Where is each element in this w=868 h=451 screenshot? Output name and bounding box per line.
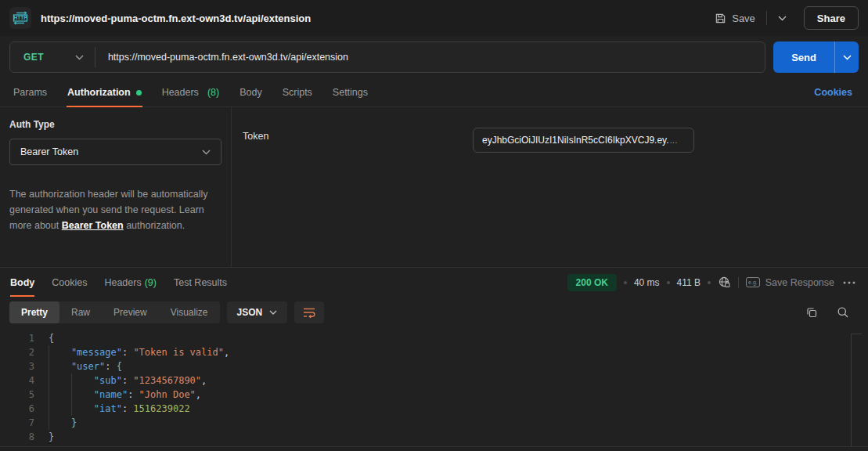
share-button-label: Share <box>817 13 845 24</box>
code-line: 7} <box>0 416 868 430</box>
line-number: 2 <box>0 345 34 359</box>
request-title-bar: HTTP https://moved-puma-octm.fn.ext-own3… <box>0 0 868 36</box>
code-line: 1{ <box>0 331 868 345</box>
code-text: { <box>49 331 54 345</box>
chevron-down-icon <box>269 310 277 315</box>
floppy-disk-icon <box>715 13 726 24</box>
view-mode-segments: Pretty Raw Preview Visualize <box>9 301 220 323</box>
more-options-icon[interactable] <box>843 281 855 284</box>
tab-label: Params <box>13 87 47 98</box>
url-input[interactable]: https://moved-puma-octm.fn.ext-own3d.tv/… <box>108 52 348 63</box>
method-selector-value[interactable]: GET <box>10 52 44 63</box>
headers-count: (8) <box>207 87 219 98</box>
format-value: JSON <box>237 307 263 318</box>
tab-label: Headers <box>104 277 141 288</box>
tab-label: Body <box>240 87 262 98</box>
code-lines: 1{2"message": "Token is valid",3"user": … <box>0 331 868 444</box>
code-text: "sub": "1234567890", <box>49 373 207 388</box>
send-button[interactable]: Send <box>773 41 834 73</box>
view-visualize[interactable]: Visualize <box>159 301 220 323</box>
indent-guide <box>49 345 71 359</box>
save-options-chevron[interactable] <box>772 11 793 26</box>
save-button[interactable]: Save <box>708 9 762 27</box>
response-tab-cookies[interactable]: Cookies <box>43 268 95 297</box>
tab-params[interactable]: Params <box>3 78 57 106</box>
copy-response-button[interactable] <box>805 306 818 319</box>
tab-label: Test Results <box>174 277 227 288</box>
code-line: 5"name": "John Doe", <box>0 388 868 402</box>
response-tab-headers[interactable]: Headers(9) <box>95 268 165 297</box>
headers-count: (9) <box>145 277 157 288</box>
response-body-editor[interactable]: 1{2"message": "Token is valid",3"user": … <box>0 328 868 451</box>
line-number: 6 <box>0 402 34 416</box>
tab-authorization[interactable]: Authorization <box>57 78 152 106</box>
copy-icon <box>805 306 818 319</box>
search-icon <box>837 306 849 319</box>
network-info-icon[interactable] <box>718 276 731 289</box>
indent-guide <box>49 402 71 416</box>
view-preview[interactable]: Preview <box>102 301 159 323</box>
code-text: "name": "John Doe", <box>49 388 201 402</box>
indent-guide <box>71 373 94 388</box>
share-button[interactable]: Share <box>804 6 859 30</box>
code-text: "iat": 1516239022 <box>49 402 190 416</box>
divider <box>95 47 95 67</box>
method-selector-chevron[interactable] <box>44 55 95 60</box>
indent-guide <box>71 388 94 402</box>
tab-label: Settings <box>333 87 368 98</box>
wrap-text-icon <box>303 307 315 318</box>
send-options-chevron[interactable] <box>834 41 859 73</box>
separator-dot <box>667 281 670 284</box>
tab-body[interactable]: Body <box>229 78 272 106</box>
line-number: 4 <box>0 373 34 388</box>
line-number: 7 <box>0 416 34 430</box>
auth-fields-column: Token eyJhbGciOiJIUzI1NiIsInR5cCI6IkpXVC… <box>232 107 868 267</box>
globe-lock-icon <box>718 276 731 289</box>
tab-label: Headers <box>162 87 199 98</box>
code-line: 3"user": { <box>0 359 868 373</box>
view-raw[interactable]: Raw <box>59 301 102 323</box>
tab-label: Body <box>10 277 34 288</box>
save-button-label: Save <box>732 13 755 24</box>
token-ellipsis: ... <box>670 135 678 146</box>
auth-description: The authorization header will be automat… <box>9 186 216 233</box>
search-response-button[interactable] <box>837 306 849 319</box>
auth-type-label: Auth Type <box>9 119 222 130</box>
code-line: 2"message": "Token is valid", <box>0 345 868 359</box>
request-builder-row: GET https://moved-puma-octm.fn.ext-own3d… <box>0 36 868 78</box>
auth-note-text: authorization. <box>124 220 185 231</box>
scrollbar[interactable] <box>851 334 852 447</box>
response-tab-test-results[interactable]: Test Results <box>165 268 236 297</box>
save-response-label: Save Response <box>765 277 834 288</box>
code-text: } <box>49 416 77 430</box>
response-size[interactable]: 411 B <box>677 277 701 288</box>
line-number: 1 <box>0 331 34 345</box>
indent-guide <box>49 416 71 430</box>
view-pretty[interactable]: Pretty <box>9 301 59 323</box>
token-value: eyJhbGciOiJIUzI1NiIsInR5cCI6IkpXVCJ9.ey. <box>482 135 669 146</box>
token-input[interactable]: eyJhbGciOiJIUzI1NiIsInR5cCI6IkpXVCJ9.ey.… <box>473 128 694 153</box>
tab-headers[interactable]: Headers(8) <box>152 78 230 106</box>
chevron-down-icon <box>202 150 211 155</box>
separator-dot <box>624 281 627 284</box>
chevron-down-icon <box>843 55 852 60</box>
format-select[interactable]: JSON <box>227 301 288 323</box>
wrap-lines-button[interactable] <box>294 301 324 323</box>
tab-scripts[interactable]: Scripts <box>272 78 322 106</box>
cookies-link[interactable]: Cookies <box>814 87 865 98</box>
response-panel: Body Cookies Headers(9) Test Results 200… <box>0 267 868 451</box>
bearer-token-link[interactable]: Bearer Token <box>62 220 124 231</box>
request-title: https://moved-puma-octm.fn.ext-own3d.tv/… <box>41 13 311 24</box>
indent-guide <box>71 402 94 416</box>
status-badge[interactable]: 200 OK <box>567 274 617 291</box>
code-line: 8} <box>0 430 868 444</box>
token-label: Token <box>243 131 268 142</box>
divider <box>766 11 767 25</box>
save-response-button[interactable]: e.g. Save Response <box>746 277 834 288</box>
response-tab-body[interactable]: Body <box>2 268 43 297</box>
auth-type-select[interactable]: Bearer Token <box>9 139 222 165</box>
tab-settings[interactable]: Settings <box>322 78 378 106</box>
tab-label: Scripts <box>283 87 312 98</box>
response-view-toolbar: Pretty Raw Preview Visualize JSON <box>0 297 868 328</box>
response-time[interactable]: 40 ms <box>634 277 660 288</box>
